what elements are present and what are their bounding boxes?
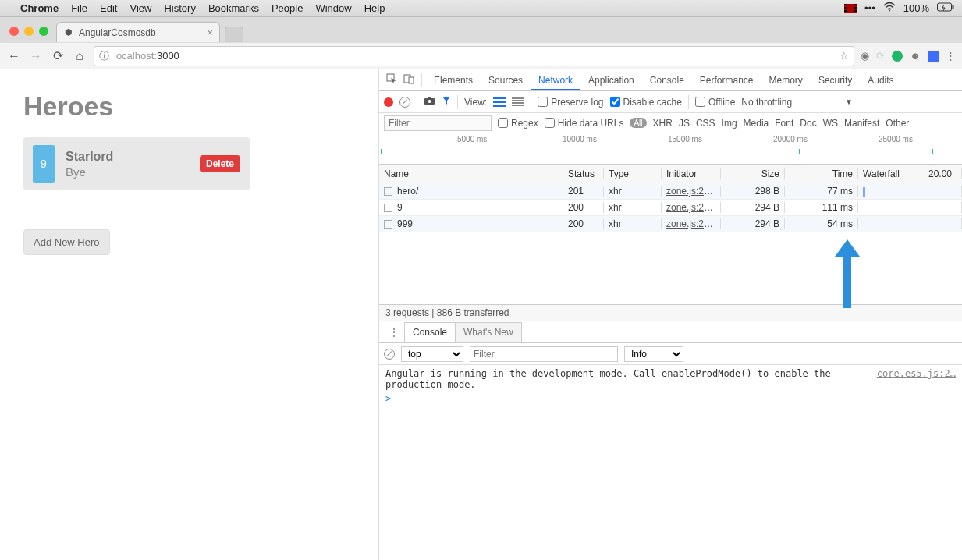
home-icon[interactable]: ⌂ <box>72 49 87 63</box>
filter-ws[interactable]: WS <box>823 118 838 129</box>
menu-view[interactable]: View <box>130 2 151 14</box>
tab-sources[interactable]: Sources <box>481 70 530 90</box>
col-type[interactable]: Type <box>604 168 662 179</box>
reload-icon[interactable]: ⟳ <box>50 48 66 63</box>
console-message-source[interactable]: core.es5.js:2… <box>869 368 956 390</box>
tab-network[interactable]: Network <box>531 70 580 90</box>
clear-icon[interactable] <box>399 97 410 108</box>
filter-all[interactable]: All <box>630 118 646 128</box>
menu-people[interactable]: People <box>272 2 303 14</box>
ext-blue-icon[interactable] <box>928 51 939 62</box>
filter-manifest[interactable]: Manifest <box>844 118 879 129</box>
regex-checkbox[interactable]: Regex <box>498 118 538 129</box>
req-initiator[interactable]: zone.js:26… <box>666 202 719 213</box>
bookmark-star-icon[interactable]: ☆ <box>840 50 849 62</box>
col-time[interactable]: Time <box>785 168 858 179</box>
tab-elements[interactable]: Elements <box>427 70 480 90</box>
address-bar[interactable]: ⓘ localhost:3000 ☆ <box>94 46 854 66</box>
drawer-tab-whatsnew[interactable]: What's New <box>456 322 522 342</box>
menu-bookmarks[interactable]: Bookmarks <box>208 2 259 14</box>
filter-media[interactable]: Media <box>744 118 769 129</box>
more-icon[interactable]: ••• <box>864 2 875 14</box>
console-level-select[interactable]: Info <box>624 346 683 362</box>
battery-icon[interactable] <box>937 2 954 14</box>
table-row[interactable]: hero/201xhrzone.js:26…298 B77 ms <box>379 183 962 200</box>
tab-audits[interactable]: Audits <box>861 70 900 90</box>
drawer-menu-icon[interactable]: ⋮ <box>384 326 404 338</box>
tab-console[interactable]: Console <box>643 70 691 90</box>
filter-font[interactable]: Font <box>775 118 793 129</box>
ext-eye-icon[interactable]: ◉ <box>861 50 869 62</box>
console-clear-icon[interactable] <box>384 349 395 360</box>
tab-application[interactable]: Application <box>581 70 641 90</box>
disable-cache-checkbox[interactable]: Disable cache <box>610 97 682 108</box>
row-checkbox[interactable] <box>384 220 392 229</box>
menubar-app[interactable]: Chrome <box>20 2 59 14</box>
tab-close-icon[interactable]: × <box>207 27 213 38</box>
hide-data-urls-checkbox[interactable]: Hide data URLs <box>545 118 624 129</box>
col-status[interactable]: Status <box>563 168 604 179</box>
network-timeline[interactable]: 5000 ms 10000 ms 15000 ms 20000 ms 25000… <box>379 133 962 165</box>
back-icon[interactable]: ← <box>6 49 22 63</box>
drawer-tab-console[interactable]: Console <box>404 322 456 342</box>
filter-css[interactable]: CSS <box>696 118 715 129</box>
hero-card[interactable]: 9 Starlord Bye Delete <box>23 137 250 190</box>
offline-checkbox[interactable]: Offline <box>695 97 735 108</box>
req-initiator[interactable]: zone.js:26… <box>666 218 719 229</box>
console-message: Angular is running in the development mo… <box>385 368 956 390</box>
menu-help[interactable]: Help <box>364 2 385 14</box>
separator <box>421 73 422 87</box>
wifi-icon[interactable] <box>883 2 896 14</box>
inspect-element-icon[interactable] <box>384 73 399 87</box>
film-icon[interactable] <box>844 4 857 13</box>
ext-refresh-icon[interactable]: ⟳ <box>876 50 885 62</box>
filter-other[interactable]: Other <box>886 118 909 129</box>
row-checkbox[interactable] <box>384 187 392 196</box>
col-name[interactable]: Name <box>379 168 563 179</box>
req-initiator[interactable]: zone.js:26… <box>666 186 719 197</box>
ext-green-icon[interactable] <box>892 51 903 62</box>
tab-security[interactable]: Security <box>811 70 859 90</box>
add-hero-button[interactable]: Add New Hero <box>23 229 110 255</box>
menu-window[interactable]: Window <box>315 2 351 14</box>
minimize-window-icon[interactable] <box>24 27 34 36</box>
close-window-icon[interactable] <box>9 27 19 36</box>
screenshot-icon[interactable] <box>424 96 435 108</box>
console-filter-input[interactable] <box>470 346 618 362</box>
delete-button[interactable]: Delete <box>200 155 240 172</box>
new-tab-button[interactable] <box>225 27 243 42</box>
ext-face-icon[interactable]: ☻ <box>910 50 921 62</box>
table-row[interactable]: 9200xhrzone.js:26…294 B111 ms <box>379 200 962 216</box>
filter-toggle-icon[interactable] <box>442 96 451 108</box>
console-prompt[interactable]: > <box>385 390 956 404</box>
console-context-select[interactable]: top <box>401 346 463 362</box>
view-small-icon[interactable] <box>512 97 524 107</box>
col-size[interactable]: Size <box>721 168 785 179</box>
tab-memory[interactable]: Memory <box>762 70 810 90</box>
view-large-icon[interactable] <box>493 97 506 107</box>
menu-history[interactable]: History <box>164 2 195 14</box>
chrome-menu-icon[interactable]: ⋮ <box>946 50 956 62</box>
filter-xhr[interactable]: XHR <box>653 118 673 129</box>
console-output[interactable]: Angular is running in the development mo… <box>379 365 962 560</box>
col-initiator[interactable]: Initiator <box>662 168 721 179</box>
record-icon[interactable] <box>384 97 393 107</box>
network-filter-input[interactable] <box>384 115 492 131</box>
row-checkbox[interactable] <box>384 204 392 212</box>
device-toggle-icon[interactable] <box>401 73 417 87</box>
tab-performance[interactable]: Performance <box>693 70 761 90</box>
forward-icon[interactable]: → <box>28 49 44 63</box>
throttling-caret-icon[interactable]: ▼ <box>845 97 853 106</box>
filter-js[interactable]: JS <box>679 118 690 129</box>
throttling-select[interactable]: No throttling <box>741 97 792 108</box>
filter-doc[interactable]: Doc <box>800 118 816 129</box>
menu-edit[interactable]: Edit <box>100 2 117 14</box>
site-info-icon[interactable]: ⓘ <box>99 49 109 63</box>
col-waterfall[interactable]: Waterfall20.00 <box>858 168 962 179</box>
browser-tab[interactable]: ⬢ AngularCosmosdb × <box>56 22 220 42</box>
maximize-window-icon[interactable] <box>39 27 48 36</box>
filter-img[interactable]: Img <box>722 118 737 129</box>
preserve-log-checkbox[interactable]: Preserve log <box>538 97 603 108</box>
table-row[interactable]: 999200xhrzone.js:26…294 B54 ms <box>379 216 962 232</box>
menu-file[interactable]: File <box>71 2 87 14</box>
